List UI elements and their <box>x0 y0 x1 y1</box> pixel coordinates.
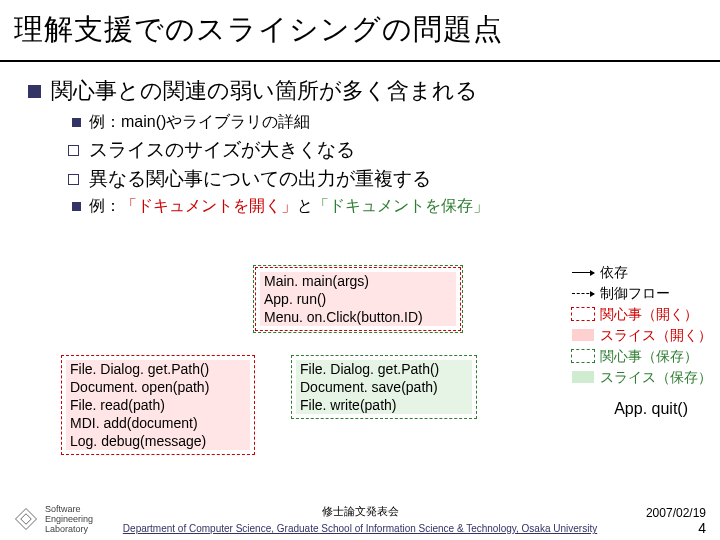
left-line2: Document. open(path) <box>70 378 246 396</box>
arrow-dashed-icon <box>572 293 594 294</box>
left-line4: MDI. add(document) <box>70 414 246 432</box>
legend-ctrl: 制御フロー <box>600 283 670 303</box>
bullet-2b-red: 「ドキュメントを開く」 <box>121 196 297 217</box>
bullet-3b: 異なる関心事についての出力が重複する <box>68 166 702 192</box>
box-left: File. Dialog. get.Path() Document. open(… <box>64 358 252 452</box>
bullet-2b-green: 「ドキュメントを保存」 <box>313 196 489 217</box>
bullet-2b: 例： 「ドキュメントを開く」 と 「ドキュメントを保存」 <box>72 196 702 217</box>
logo-l2: Engineering <box>45 514 93 524</box>
box-main: Main. main(args) App. run() Menu. on.Cli… <box>258 270 458 328</box>
footer-date: 2007/02/19 <box>646 506 706 520</box>
legend-row-dep: 依存 <box>572 262 712 282</box>
footer: 修士論文発表会 Department of Computer Science, … <box>0 504 720 534</box>
bullet-3a-text: スライスのサイズが大きくなる <box>89 137 355 163</box>
arrow-icon <box>572 272 594 273</box>
legend-row-save: 関心事（保存） <box>572 346 712 366</box>
box-right: File. Dialog. get.Path() Document. save(… <box>294 358 474 416</box>
bullet-3b-text: 異なる関心事についての出力が重複する <box>89 166 431 192</box>
main-line1: Main. main(args) <box>264 272 452 290</box>
logo-l3: Laboratory <box>45 524 93 534</box>
legend-slice-save: スライス（保存） <box>600 367 712 387</box>
legend-row-slice-open: スライス（開く） <box>572 325 712 345</box>
legend: 依存 制御フロー 関心事（開く） スライス（開く） 関心事（保存） スライス（保… <box>572 262 712 388</box>
right-line1: File. Dialog. get.Path() <box>300 360 468 378</box>
main-line2: App. run() <box>264 290 452 308</box>
app-quit: App. quit() <box>614 400 688 418</box>
square-icon <box>72 202 81 211</box>
square-open-icon <box>68 174 79 185</box>
slide: 理解支援でのスライシングの問題点 関心事との関連の弱い箇所が多く含まれる 例：m… <box>0 0 720 540</box>
main-line3: Menu. on.Click(button.ID) <box>264 308 452 326</box>
footer-page: 4 <box>698 520 706 536</box>
legend-slice-open: スライス（開く） <box>600 325 712 345</box>
legend-row-open: 関心事（開く） <box>572 304 712 324</box>
bullet-2b-pre: 例： <box>89 196 121 217</box>
right-line3: File. write(path) <box>300 396 468 414</box>
legend-row-slice-save: スライス（保存） <box>572 367 712 387</box>
swatch-slice-save-icon <box>572 371 594 383</box>
left-line5: Log. debug(message) <box>70 432 246 450</box>
bullet-1-text: 関心事との関連の弱い箇所が多く含まれる <box>51 76 478 106</box>
logo-text: Software Engineering Laboratory <box>45 504 93 534</box>
bullet-2a-text: 例：main()やライブラリの詳細 <box>89 112 310 133</box>
swatch-slice-open-icon <box>572 329 594 341</box>
footer-mid: 修士論文発表会 <box>0 504 720 519</box>
right-line2: Document. save(path) <box>300 378 468 396</box>
swatch-save-icon <box>572 350 594 362</box>
legend-dep: 依存 <box>600 262 628 282</box>
left-line3: File. read(path) <box>70 396 246 414</box>
square-icon <box>72 118 81 127</box>
legend-row-ctrl: 制御フロー <box>572 283 712 303</box>
bullet-1: 関心事との関連の弱い箇所が多く含まれる <box>28 76 702 106</box>
square-open-icon <box>68 145 79 156</box>
swatch-open-icon <box>572 308 594 320</box>
logo: Software Engineering Laboratory <box>12 504 93 534</box>
bullet-3a: スライスのサイズが大きくなる <box>68 137 702 163</box>
logo-l1: Software <box>45 504 93 514</box>
bullet-2b-mid: と <box>297 196 313 217</box>
footer-dept: Department of Computer Science, Graduate… <box>0 523 720 534</box>
left-line1: File. Dialog. get.Path() <box>70 360 246 378</box>
square-icon <box>28 85 41 98</box>
legend-save: 関心事（保存） <box>600 346 698 366</box>
bullet-2a: 例：main()やライブラリの詳細 <box>72 112 702 133</box>
legend-open: 関心事（開く） <box>600 304 698 324</box>
slide-title: 理解支援でのスライシングの問題点 <box>0 4 720 62</box>
body: 関心事との関連の弱い箇所が多く含まれる 例：main()やライブラリの詳細 スラ… <box>0 62 720 217</box>
logo-icon <box>12 505 40 533</box>
